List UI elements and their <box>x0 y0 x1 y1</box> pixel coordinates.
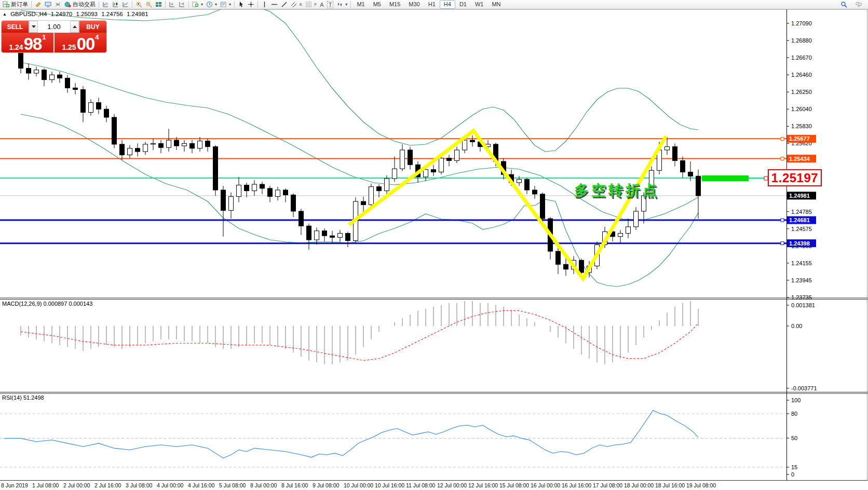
timeframe-M30[interactable]: M30 <box>404 0 424 9</box>
fibonacci-button[interactable]: F <box>304 1 318 9</box>
volume-increase-button[interactable] <box>70 21 79 33</box>
candle-body <box>665 147 670 150</box>
timeframe-group: M1M5M15M30H1H4D1W1MN <box>352 0 505 9</box>
signals-button[interactable] <box>53 1 63 9</box>
channel-button[interactable]: E <box>289 1 304 9</box>
clock-icon <box>206 1 213 8</box>
zoom-out-button[interactable] <box>144 1 154 9</box>
volume-decrease-button[interactable] <box>29 21 38 33</box>
candle-body <box>229 197 234 211</box>
price-tag-1.24681[interactable]: 1.24681 <box>787 216 816 224</box>
text-button[interactable]: A <box>318 1 325 9</box>
candle-body <box>213 147 218 190</box>
timeframe-H4[interactable]: H4 <box>440 0 455 9</box>
volume-control <box>29 21 79 33</box>
bar-chart-button[interactable] <box>101 1 111 9</box>
label-tool-glyph: T <box>327 1 334 8</box>
fibonacci-icon <box>305 1 312 8</box>
zigzag-annotation[interactable] <box>349 131 666 279</box>
collapse-trade-panel-icon[interactable]: ▲ <box>3 12 7 17</box>
candle-body <box>579 260 584 273</box>
candle-body <box>564 264 568 269</box>
level-highlight-rect[interactable] <box>702 175 749 181</box>
periods-button[interactable]: ▾ <box>205 1 219 9</box>
indicators-button[interactable]: ▾ <box>191 1 205 9</box>
sell-price-display[interactable]: 1.24981 <box>2 33 53 53</box>
sell-button[interactable]: SELL <box>2 21 29 33</box>
autotrading-button[interactable]: 自动交易 <box>63 1 97 9</box>
axis-tick-label: 1.26460 <box>791 72 812 78</box>
candle-body <box>447 158 452 161</box>
candle-body <box>159 143 164 147</box>
new-order-button[interactable]: 新订单 <box>1 1 30 9</box>
time-label: 12 Jul 16:00 <box>468 482 498 488</box>
turning-point-annotation[interactable]: 多空转折点 <box>574 181 660 200</box>
timeframe-D1[interactable]: D1 <box>455 0 471 9</box>
horizontal-line-icon <box>271 1 278 8</box>
candlestick-chart-button[interactable] <box>111 1 120 9</box>
candle-body <box>198 141 202 148</box>
autotrading-label: 自动交易 <box>73 1 96 8</box>
new-chart-button[interactable] <box>33 1 43 9</box>
mt4-window: 1.270901.268801.266701.264601.262501.260… <box>0 0 868 490</box>
trendline-button[interactable] <box>279 1 289 9</box>
current-price-tag[interactable]: 1.24981 <box>787 192 816 199</box>
price-tag-1.25677[interactable]: 1.25677 <box>787 135 816 143</box>
vertical-line-button[interactable] <box>260 1 269 9</box>
buy-button[interactable]: BUY <box>79 21 106 33</box>
price-callout[interactable]: 1.25197 <box>768 169 822 186</box>
crosshair-button[interactable] <box>246 1 256 9</box>
candle-body <box>112 117 117 144</box>
candle-body <box>346 233 350 240</box>
time-label: 15 Jul 08:00 <box>499 482 529 488</box>
label-button[interactable]: T <box>326 1 335 9</box>
time-label: 18 Jul 00:00 <box>624 482 654 488</box>
timeframe-MN[interactable]: MN <box>487 0 505 9</box>
level-handle <box>781 137 784 140</box>
candle-body <box>120 144 125 155</box>
price-tag-1.25434-text: 1.25434 <box>789 156 810 162</box>
price-tag-1.24398[interactable]: 1.24398 <box>787 239 816 247</box>
line-chart-button[interactable] <box>120 1 130 9</box>
timeframe-M15[interactable]: M15 <box>385 0 404 9</box>
rsi-line <box>4 411 698 458</box>
callout-anchor-handle[interactable] <box>764 176 768 180</box>
candle-body <box>517 180 522 183</box>
bar-chart-icon <box>102 1 109 8</box>
timeframe-M1[interactable]: M1 <box>352 0 369 9</box>
fibo-sub-glyph: F <box>314 2 317 7</box>
auto-scroll-button[interactable] <box>167 1 177 9</box>
terminal-button[interactable] <box>43 1 53 9</box>
candle-body <box>237 185 241 197</box>
arrows-button[interactable]: ▾ <box>335 1 349 9</box>
separator <box>165 1 166 8</box>
horizontal-line-button[interactable] <box>269 1 279 9</box>
close-value: 1.24981 <box>127 11 148 17</box>
level-handle <box>781 219 784 222</box>
time-label: 16 Jul 16:00 <box>562 482 591 488</box>
current-price-tag-text: 1.24981 <box>789 193 810 199</box>
buy-price-display[interactable]: 1.25004 <box>55 33 106 53</box>
time-label: 11 Jul 08:00 <box>406 482 436 488</box>
cursor-button[interactable] <box>236 1 246 9</box>
time-label: 2 Jul 16:00 <box>94 482 121 488</box>
time-label: 10 Jul 00:00 <box>344 482 373 488</box>
search-icon[interactable] <box>840 1 847 8</box>
candle-body <box>424 170 428 177</box>
dropdown-arrow-icon: ▾ <box>215 2 217 7</box>
timeframe-M5[interactable]: M5 <box>369 0 385 9</box>
templates-button[interactable]: ▾ <box>219 1 233 9</box>
chat-icon[interactable] <box>855 1 863 8</box>
tile-windows-button[interactable] <box>154 1 164 9</box>
toolbar: 新订单 自动交易 ▾ ▾ ▾ E F A T ▾ <box>0 0 868 9</box>
volume-input[interactable] <box>38 21 70 33</box>
candle-body <box>431 170 436 172</box>
zoom-in-button[interactable] <box>134 1 144 9</box>
timeframe-H1[interactable]: H1 <box>424 0 440 9</box>
time-label: 5 Jul 08:00 <box>219 482 246 488</box>
time-label: 16 Jul 00:00 <box>531 482 560 488</box>
chart-shift-button[interactable] <box>177 1 187 9</box>
timeframe-W1[interactable]: W1 <box>471 0 488 9</box>
price-tag-1.25434[interactable]: 1.25434 <box>787 155 816 162</box>
crosshair-icon <box>248 1 254 8</box>
